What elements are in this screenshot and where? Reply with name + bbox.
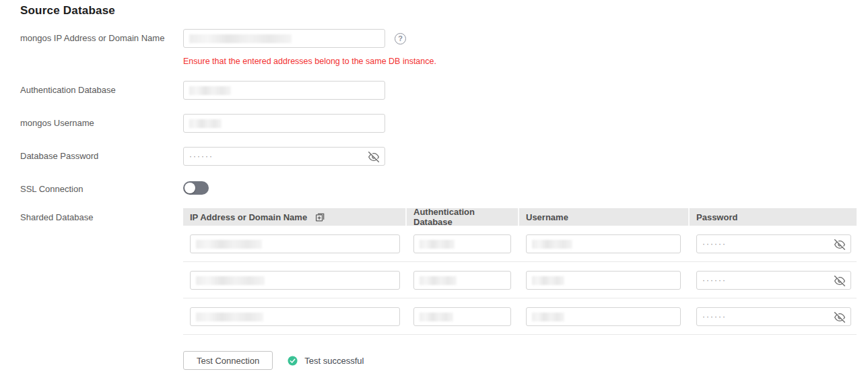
form-row-mongos-ip: mongos IP Address or Domain Name ? Ensur… (20, 29, 868, 66)
redacted-value (532, 240, 572, 249)
shard-password-input[interactable]: ······ (696, 234, 851, 253)
check-circle-icon (288, 356, 298, 366)
redacted-value (420, 313, 453, 321)
test-status: Test successful (288, 356, 364, 366)
shard-username-input[interactable] (526, 307, 681, 326)
shard-ip-input[interactable] (190, 271, 400, 290)
password-masked-value: ······ (702, 307, 727, 326)
test-connection-button[interactable]: Test Connection (183, 351, 273, 370)
ssl-toggle[interactable] (183, 181, 209, 195)
password-masked-value: ······ (702, 234, 727, 253)
redacted-value (420, 240, 455, 249)
eye-off-icon[interactable] (834, 311, 846, 323)
test-status-text: Test successful (304, 356, 364, 366)
mongos-username-label: mongos Username (20, 114, 183, 129)
warning-text: Ensure that the entered addresses belong… (183, 57, 436, 66)
form-row-auth-db: Authentication Database (20, 81, 868, 100)
form-row-mongos-username: mongos Username (20, 114, 868, 133)
sharded-label: Sharded Database (20, 208, 183, 223)
auth-db-label: Authentication Database (20, 81, 183, 96)
redacted-value (420, 276, 457, 285)
eye-off-icon[interactable] (834, 238, 846, 251)
form-row-db-password: Database Password ······ (20, 147, 868, 166)
mongos-ip-input[interactable] (183, 29, 385, 48)
source-database-form: Source Database mongos IP Address or Dom… (0, 0, 868, 370)
db-password-input[interactable]: ······ (183, 147, 385, 166)
password-masked-value: ······ (702, 271, 727, 290)
redacted-value (196, 313, 263, 321)
shard-username-input[interactable] (526, 234, 681, 253)
table-header-username: Username (519, 208, 690, 226)
shard-auth-db-input[interactable] (413, 271, 511, 290)
db-password-label: Database Password (20, 147, 183, 162)
table-header-password: Password (690, 208, 857, 226)
redacted-value (532, 276, 564, 285)
table-row: ······ (183, 298, 857, 335)
table-header-ip: IP Address or Domain Name (183, 208, 407, 226)
help-icon[interactable]: ? (395, 33, 406, 44)
form-row-ssl: SSL Connection (20, 180, 868, 195)
shard-ip-input[interactable] (190, 234, 400, 253)
toggle-knob (185, 183, 195, 193)
mongos-username-input[interactable] (183, 114, 385, 133)
shard-username-input[interactable] (526, 271, 681, 290)
add-row-icon[interactable] (315, 212, 325, 222)
redacted-value (196, 240, 262, 249)
page-title: Source Database (20, 4, 868, 18)
table-row: ······ (183, 262, 857, 298)
mongos-ip-label: mongos IP Address or Domain Name (20, 29, 183, 44)
redacted-value (189, 119, 222, 128)
password-masked-value: ······ (189, 147, 213, 166)
shard-password-input[interactable]: ······ (696, 307, 851, 326)
redacted-value (196, 276, 265, 285)
table-row: ······ (183, 226, 857, 262)
sharded-database-table: IP Address or Domain Name Authentication… (183, 208, 857, 335)
table-header-row: IP Address or Domain Name Authentication… (183, 208, 857, 226)
form-row-sharded: Sharded Database IP Address or Domain Na… (20, 208, 868, 335)
shard-auth-db-input[interactable] (413, 307, 511, 326)
footer-actions: Test Connection Test successful (183, 351, 868, 370)
ssl-label: SSL Connection (20, 180, 183, 195)
eye-off-icon[interactable] (368, 151, 380, 163)
redacted-value (189, 86, 231, 95)
shard-auth-db-input[interactable] (413, 234, 511, 253)
shard-ip-input[interactable] (190, 307, 400, 326)
redacted-value (532, 313, 564, 321)
table-header-auth-db: Authentication Database (407, 208, 519, 226)
shard-password-input[interactable]: ······ (696, 271, 851, 290)
redacted-value (189, 34, 292, 43)
auth-db-input[interactable] (183, 81, 385, 100)
eye-off-icon[interactable] (834, 275, 846, 287)
